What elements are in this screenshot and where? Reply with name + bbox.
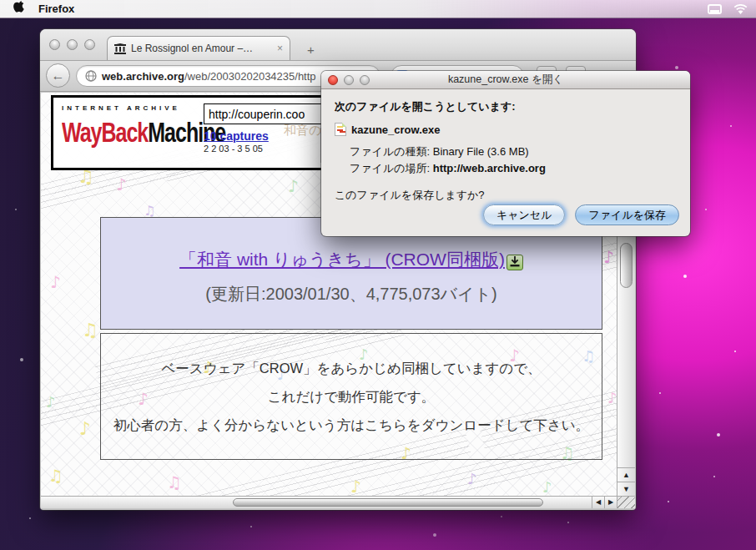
scroll-up-button[interactable]: ▲ (617, 467, 635, 482)
apple-logo-icon (13, 1, 25, 14)
file-location-row: ファイルの場所: http://web.archive.org (350, 161, 546, 176)
download-icon[interactable] (507, 255, 523, 270)
scroll-down-button[interactable]: ▼ (617, 482, 635, 496)
dialog-minimize-button (344, 75, 354, 85)
vertical-scroll-arrows: ▲ ▼ (617, 467, 635, 496)
internet-archive-label: INTERNET ARCHIVE (62, 104, 204, 112)
save-file-button[interactable]: ファイルを保存 (575, 204, 679, 225)
apple-menu[interactable] (7, 1, 32, 18)
dialog-titlebar: kazune_crow.exe を開く (321, 71, 690, 89)
file-type-value: Binary File (3.6 MB) (433, 145, 529, 158)
music-note-icon: ♫ (167, 472, 182, 492)
file-type-label: ファイルの種類: (350, 145, 430, 158)
download-link-row: 「和音 with りゅうきち」 (CROW同梱版) (101, 248, 602, 271)
horizontal-scrollbar-thumb[interactable] (233, 498, 543, 507)
download-file-meta: (更新日:2003/01/30、4,775,073バイト) (101, 283, 602, 305)
wayback-logo[interactable]: INTERNET ARCHIVE WayBackMachine (53, 98, 204, 168)
dialog-zoom-button (360, 75, 370, 85)
cancel-button[interactable]: キャンセル (483, 204, 566, 225)
file-location-label: ファイルの場所: (350, 162, 430, 174)
binary-file-icon (335, 123, 346, 136)
minimize-window-button[interactable] (67, 39, 78, 50)
url-text: web.archive.org/web/20030202034235/http (102, 70, 316, 83)
dialog-buttons: キャンセル ファイルを保存 (483, 204, 679, 225)
url-path: /web/20030202034235/http (184, 70, 316, 83)
music-note-icon: ♪ (288, 176, 299, 196)
globe-icon (85, 70, 97, 82)
description-line: 初心者の方、よく分からないという方はこちらをダウンロードして下さい。 (101, 411, 602, 439)
save-question: このファイルを保存しますか? (335, 188, 485, 203)
close-window-button[interactable] (49, 39, 60, 50)
menu-bar: Firefox (0, 0, 756, 18)
dialog-close-button[interactable] (328, 75, 338, 85)
tab-strip: Le Rossignol en Amour –… × + (40, 29, 636, 61)
dialog-heading: 次のファイルを開こうとしています: (335, 99, 516, 114)
archive-favicon (114, 43, 126, 54)
captures-link[interactable]: 10 captures (204, 129, 269, 143)
tab-title: Le Rossignol en Amour –… (131, 43, 272, 54)
dialog-window-controls (328, 75, 370, 85)
wayback-red-text: WayBack (62, 117, 148, 147)
horizontal-scrollbar[interactable]: ◀ ▶ (41, 496, 617, 508)
scroll-left-button[interactable]: ◀ (592, 497, 604, 508)
tab-rossignol[interactable]: Le Rossignol en Amour –… × (107, 36, 290, 60)
file-type-row: ファイルの種類: Binary File (3.6 MB) (350, 144, 529, 159)
dialog-body: 次のファイルを開こうとしています: kazune_crow.exe ファイルの種… (321, 89, 690, 236)
music-note-icon: ♫ (48, 466, 63, 486)
music-note-icon: ♪ (542, 478, 552, 496)
tab-close-icon[interactable]: × (277, 43, 283, 54)
kazune-download-link[interactable]: 「和音 with りゅうきち」 (CROW同梱版) (179, 250, 505, 269)
description-box: ベースウェア「CROW」をあらかじめ同梱していますので、 これだけで動作可能です… (100, 333, 602, 460)
music-note-icon: ♫ (82, 320, 98, 341)
zoom-window-button[interactable] (84, 39, 95, 50)
file-row: kazune_crow.exe (335, 123, 440, 136)
file-location-value: http://web.archive.org (433, 162, 546, 174)
description-line: これだけで動作可能です。 (101, 382, 602, 411)
dialog-filename: kazune_crow.exe (351, 124, 440, 136)
wifi-menu-icon[interactable] (733, 4, 748, 15)
new-tab-button[interactable]: + (300, 43, 321, 57)
description-line: ベースウェア「CROW」をあらかじめ同梱していますので、 (101, 354, 602, 382)
display-menu-icon[interactable] (708, 4, 722, 14)
dialog-title: kazune_crow.exe を開く (321, 73, 690, 87)
horizontal-scroll-arrows: ◀ ▶ (592, 497, 617, 508)
window-resize-grip[interactable] (617, 496, 635, 508)
active-app-name[interactable]: Firefox (38, 3, 74, 15)
url-domain: web.archive.org (102, 70, 184, 83)
download-dialog: kazune_crow.exe を開く 次のファイルを開こうとしています: ka… (321, 71, 690, 236)
back-button[interactable]: ← (46, 63, 70, 88)
vertical-scrollbar-thumb[interactable] (620, 243, 633, 288)
scroll-right-button[interactable]: ▶ (604, 497, 617, 508)
music-note-icon: ♪ (50, 272, 61, 292)
window-controls (49, 39, 95, 50)
wayback-machine-wordmark: WayBackMachine (62, 117, 204, 149)
music-note-icon: ♪ (79, 418, 91, 439)
